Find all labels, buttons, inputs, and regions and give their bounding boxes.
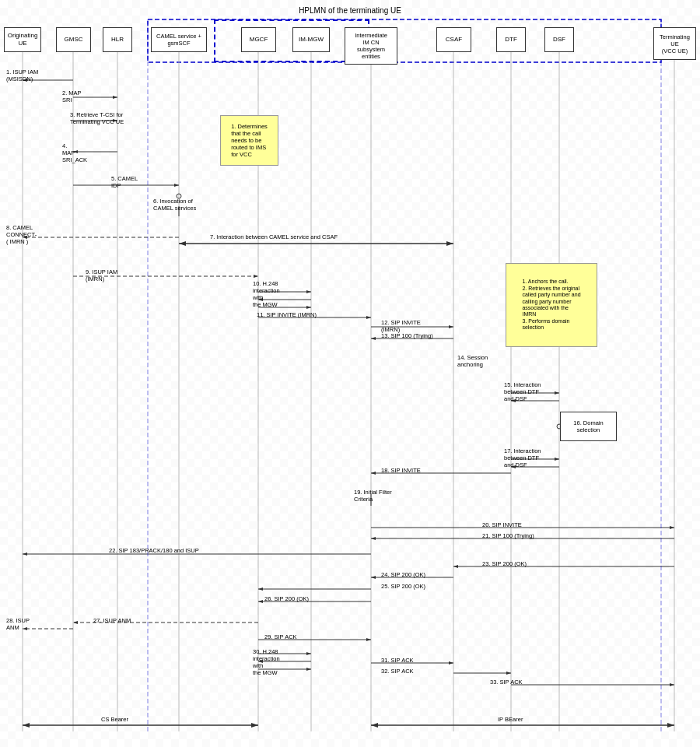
msg-6-label: 6. Invocation ofCAMEL services: [153, 198, 196, 212]
entity-gmsc: GMSC: [56, 27, 91, 52]
msg-3-label: 3. Retrieve T-CSI forTerminating VCC UE: [70, 111, 156, 125]
msg-2-label: 2. MAPSRI: [62, 89, 82, 103]
diagram-title-text: HPLMN of the terminating UE: [78, 6, 622, 15]
note-determines-call: 1. Determinesthat the callneeds to berou…: [220, 115, 278, 166]
sequence-diagram: OriginatingUE GMSC HLR CAMEL service +gs…: [0, 0, 700, 747]
msg-8-label: 8. CAMELCONNECT-( IMRN ): [6, 224, 37, 245]
cs-bearer-label: CS Bearer: [101, 716, 128, 723]
msg-25-label: 25. SIP 200 (OK): [381, 583, 425, 590]
entity-terminating-ue: TerminatingUE(VCC UE): [653, 27, 696, 60]
msg-15-label: 15. Interactionbetween DTFand DSF: [504, 381, 541, 402]
entity-dsf: DSF: [544, 27, 574, 52]
msg-5-label: 5. CAMELIDP: [111, 175, 138, 189]
msg-21-label: 21. SIP 100 (Trying): [482, 532, 534, 539]
msg-22-label: 22. SIP 183/PRACK/180 and ISUP: [109, 547, 303, 554]
msg-18-label: 18. SIP INVITE: [381, 467, 421, 474]
msg-17-label: 17. Interactionbetween DTFand DSF: [504, 447, 541, 468]
msg-33-label: 33. SIP ACK: [490, 679, 523, 686]
msg-12-label: 12. SIP INVITE(IMRN): [381, 319, 421, 333]
entity-hlr: HLR: [103, 27, 132, 52]
msg-28-label: 28. ISUPANM: [6, 617, 30, 631]
msg-24-label: 24. SIP 200 (OK): [381, 571, 425, 578]
note-domain-selection: 16. Domainselection: [560, 412, 617, 441]
msg-27-label: 27. ISUP ANM: [93, 617, 131, 624]
msg-30-label: 30. H.248interactionwiththe MGW: [253, 648, 280, 676]
msg-11-label: 11. SIP INVITE (IMRN): [257, 311, 317, 318]
msg-7-label: 7. Interaction between CAMEL service and…: [210, 233, 338, 240]
entity-originating-ue: OriginatingUE: [4, 27, 41, 52]
msg-31-label: 31. SIP ACK: [381, 657, 414, 664]
msg-20-label: 20. SIP INVITE: [482, 521, 522, 528]
msg-13-label: 13. SIP 100 (Trying): [381, 332, 433, 339]
msg-29-label: 29. SIP ACK: [264, 633, 297, 640]
msg-10-label: 10. H.248interactionwiththe MGW: [253, 280, 280, 308]
msg-14-label: 14. Sessionanchoring: [457, 354, 488, 368]
entity-camel: CAMEL service +gsmSCF: [151, 27, 207, 52]
msg-9-label: 9. ISUP IAM(IMRN): [86, 268, 117, 282]
entity-dtf: DTF: [496, 27, 526, 52]
entity-csaf: CSAF: [436, 27, 471, 52]
msg-32-label: 32. SIP ACK: [381, 668, 414, 675]
entity-imcn: IntermediateIM CNsubsystementities: [345, 27, 397, 65]
msg-23-label: 23. SIP 200 (OK): [482, 560, 527, 567]
ip-bearer-label: IP BEarer: [498, 716, 523, 723]
msg-19-label: 19. Initial FilterCriteria: [354, 489, 392, 503]
note-anchors-call: 1. Anchors the call.2. Retrieves the ori…: [506, 263, 597, 347]
msg-1-label: 1. ISUP IAM(MSISDN): [6, 68, 38, 82]
msg-26-label: 26. SIP 200 (OK): [264, 595, 309, 602]
msg-4-label: 4.MAPSRI_ACK: [62, 142, 87, 163]
